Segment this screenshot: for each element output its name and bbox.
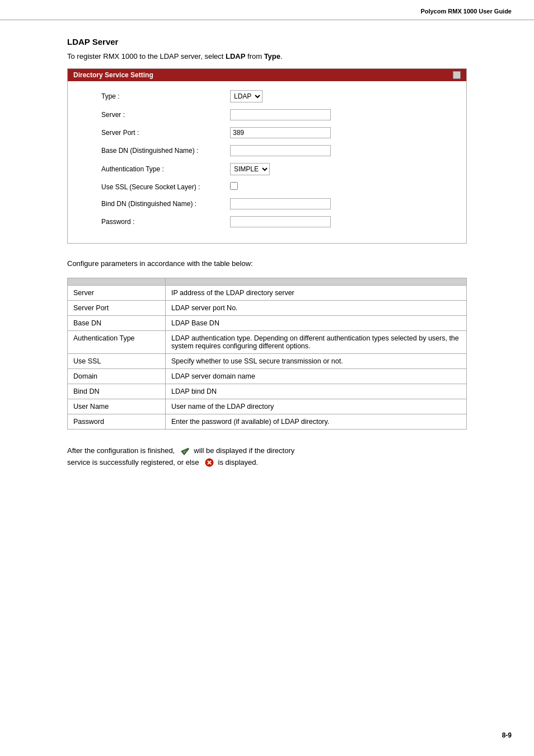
footer-part4: is displayed. [218,458,259,466]
table-row: Use SSLSpecify whether to use SSL secure… [68,354,467,369]
control-password[interactable] [230,216,331,227]
control-server-port[interactable] [230,127,331,138]
intro-end: . [280,52,283,60]
table-row: PasswordEnter the password (if available… [68,414,467,430]
param-description: LDAP authentication type. Depending on d… [166,331,467,354]
page-number: 8-9 [502,731,512,739]
dialog-titlebar: Directory Service Setting [68,69,466,81]
success-icon [181,447,190,456]
footer-part1: After the configuration is finished, [67,446,175,455]
control-ssl[interactable] [230,182,238,192]
label-server: Server : [101,111,230,119]
form-row-password: Password : [101,216,455,227]
table-row: Authentication TypeLDAP authentication t… [68,331,467,354]
control-base-dn[interactable] [230,145,331,156]
param-description: LDAP server domain name [166,369,467,384]
footer-part2: will be displayed if the directory [194,446,294,455]
label-ssl: Use SSL (Secure Socket Layer) : [101,183,230,191]
ssl-checkbox[interactable] [230,182,238,190]
table-row: Base DNLDAP Base DN [68,316,467,331]
label-password: Password : [101,218,230,226]
form-row-server: Server : [101,109,455,120]
footer-note: After the configuration is finished, wil… [67,445,467,469]
section-title: LDAP Server [67,37,467,46]
intro-ldap: LDAP [226,52,245,60]
label-type: Type : [101,92,230,100]
footer-part3: service is successfully registered, or e… [67,458,199,466]
param-name: Base DN [68,316,166,331]
param-name: Server Port [68,301,166,316]
param-name: Use SSL [68,354,166,369]
label-base-dn: Base DN (Distinguished Name) : [101,147,230,155]
param-name: Bind DN [68,384,166,399]
server-input[interactable] [230,109,331,120]
param-description: Enter the password (if available) of LDA… [166,414,467,430]
intro-text: To register RMX 1000 to the LDAP server,… [67,52,467,60]
label-server-port: Server Port : [101,129,230,137]
server-port-input[interactable] [230,127,331,138]
param-description: LDAP Base DN [166,316,467,331]
param-table: ServerIP address of the LDAP directory s… [67,278,467,430]
control-auth-type[interactable]: SIMPLE [230,163,270,175]
label-auth-type: Authentication Type : [101,165,230,173]
dialog-body: Type : LDAP Server : Server [68,81,466,243]
param-description: IP address of the LDAP directory server [166,286,467,301]
form-row-type: Type : LDAP [101,90,455,102]
table-row: DomainLDAP server domain name [68,369,467,384]
dialog-title: Directory Service Setting [73,71,153,79]
col1-header [68,278,166,286]
control-type[interactable]: LDAP [230,90,263,102]
param-description: LDAP bind DN [166,384,467,399]
control-bind-dn[interactable] [230,198,331,209]
password-input[interactable] [230,216,331,227]
intro-from: from [245,52,264,60]
intro-type: Type [264,52,280,60]
control-server[interactable] [230,109,331,120]
type-select[interactable]: LDAP [230,90,263,102]
intro-part1: To register RMX 1000 to the LDAP server,… [67,52,226,60]
header-title: Polycom RMX 1000 User Guide [420,8,512,15]
param-description: User name of the LDAP directory [166,399,467,414]
dialog-close-button[interactable] [453,71,461,79]
page-header: Polycom RMX 1000 User Guide [0,0,534,20]
configure-text: Configure parameters in accordance with … [67,259,467,268]
form-row-base-dn: Base DN (Distinguished Name) : [101,145,455,156]
param-name: Password [68,414,166,430]
param-name: Server [68,286,166,301]
failure-icon [205,458,214,467]
param-name: User Name [68,399,166,414]
param-description: Specify whether to use SSL secure transm… [166,354,467,369]
form-row-server-port: Server Port : [101,127,455,138]
label-bind-dn: Bind DN (Distinguished Name) : [101,200,230,208]
param-name: Domain [68,369,166,384]
auth-type-select[interactable]: SIMPLE [230,163,270,175]
col2-header [166,278,467,286]
directory-service-dialog: Directory Service Setting Type : LDAP Se… [67,68,467,244]
form-row-auth-type: Authentication Type : SIMPLE [101,163,455,175]
page: Polycom RMX 1000 User Guide LDAP Server … [0,0,534,756]
table-row: ServerIP address of the LDAP directory s… [68,286,467,301]
table-row: Server PortLDAP server port No. [68,301,467,316]
param-description: LDAP server port No. [166,301,467,316]
form-row-ssl: Use SSL (Secure Socket Layer) : [101,182,455,192]
form-row-bind-dn: Bind DN (Distinguished Name) : [101,198,455,209]
page-content: LDAP Server To register RMX 1000 to the … [0,20,534,486]
base-dn-input[interactable] [230,145,331,156]
param-name: Authentication Type [68,331,166,354]
bind-dn-input[interactable] [230,198,331,209]
table-row: Bind DNLDAP bind DN [68,384,467,399]
table-row: User NameUser name of the LDAP directory [68,399,467,414]
